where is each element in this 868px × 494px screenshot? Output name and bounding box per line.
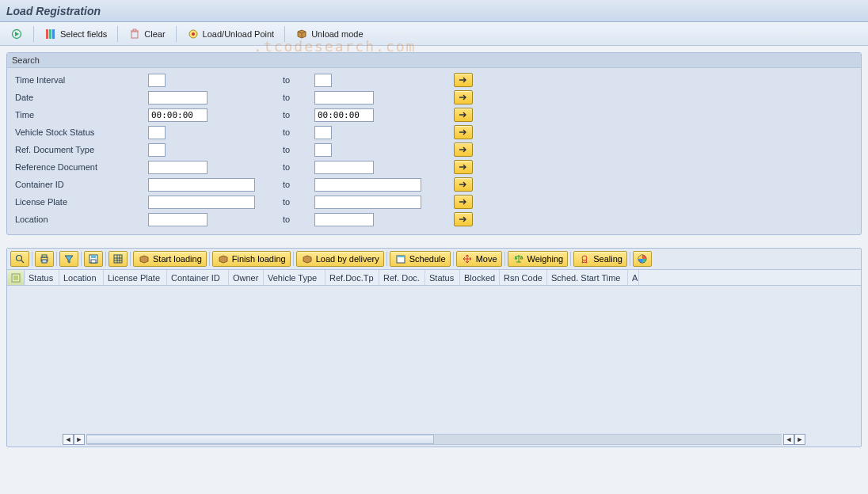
to-input[interactable]	[314, 108, 374, 122]
grid-panel: Start loading Finish loading Load by del…	[6, 248, 862, 447]
column-header[interactable]: Ref.Doc.Tp	[326, 270, 379, 285]
column-header[interactable]: Ref. Doc.	[379, 270, 425, 285]
multiple-selection-button[interactable]	[454, 90, 473, 104]
finish-loading-button[interactable]: Finish loading	[212, 251, 291, 267]
schedule-button[interactable]: Schedule	[390, 251, 451, 267]
column-header[interactable]: Rsn Code	[500, 270, 547, 285]
from-input[interactable]	[148, 213, 207, 226]
to-label: to	[283, 180, 314, 189]
from-input[interactable]	[148, 178, 255, 192]
from-input[interactable]	[148, 108, 207, 122]
load-by-delivery-button[interactable]: Load by delivery	[296, 251, 384, 267]
weighing-button[interactable]: Weighing	[508, 251, 569, 267]
scroll-right-arrow-2[interactable]: ►	[794, 434, 805, 445]
to-input[interactable]	[314, 74, 332, 87]
clear-button[interactable]: Clear	[123, 25, 170, 43]
column-header[interactable]: Blocked	[460, 270, 500, 285]
sep	[293, 252, 294, 266]
toolbar-separator	[284, 26, 285, 42]
to-input[interactable]	[314, 143, 332, 157]
scroll-left-arrow[interactable]: ◄	[63, 434, 74, 445]
svg-rect-3	[52, 29, 55, 39]
start-loading-button[interactable]: Start loading	[133, 251, 207, 267]
details-button[interactable]	[10, 251, 29, 267]
app-toolbar: Select fields Clear Load/Unload Point Un…	[0, 22, 868, 46]
to-input[interactable]	[314, 161, 374, 174]
sep	[105, 252, 106, 266]
svg-rect-12	[91, 255, 96, 258]
from-input[interactable]	[148, 196, 255, 209]
to-label: to	[283, 75, 314, 85]
svg-rect-13	[91, 260, 96, 263]
sealing-button[interactable]: Sealing	[573, 251, 627, 267]
multiple-selection-button[interactable]	[454, 142, 473, 157]
column-header[interactable]: Status	[425, 270, 460, 285]
svg-rect-4	[131, 32, 138, 38]
select-all-icon	[11, 273, 21, 283]
multiple-selection-button[interactable]	[454, 160, 473, 174]
to-input[interactable]	[314, 196, 421, 209]
from-input[interactable]	[148, 143, 166, 157]
search-row: License Plateto	[13, 193, 855, 211]
column-header[interactable]: A	[628, 270, 639, 285]
multiple-selection-button[interactable]	[454, 73, 473, 87]
print-button[interactable]	[35, 251, 54, 267]
save-layout-button[interactable]	[84, 251, 103, 267]
scroll-left-arrow-2[interactable]: ◄	[783, 434, 794, 445]
search-panel-body: Time IntervaltoDatetoTimetoVehicle Stock…	[7, 68, 861, 234]
column-header[interactable]: Status	[25, 270, 59, 285]
scroll-thumb[interactable]	[86, 435, 434, 444]
load-unload-point-button[interactable]: Load/Unload Point	[181, 25, 280, 43]
arrow-right-icon	[459, 163, 468, 171]
multiple-selection-button[interactable]	[454, 108, 473, 122]
search-row: Dateto	[13, 89, 855, 106]
grid-body	[7, 286, 861, 432]
execute-button[interactable]	[5, 25, 29, 43]
scroll-right-arrow[interactable]: ►	[74, 434, 85, 445]
from-input[interactable]	[148, 161, 207, 174]
column-header[interactable]: Vehicle Type	[264, 270, 326, 285]
search-row: Time Intervalto	[13, 71, 855, 89]
column-header[interactable]: Owner	[229, 270, 264, 285]
load-unload-point-label: Load/Unload Point	[203, 29, 275, 39]
sep	[386, 252, 387, 266]
grid-icon	[112, 253, 124, 265]
to-input[interactable]	[314, 213, 374, 226]
column-header[interactable]: Container ID	[167, 270, 229, 285]
scroll-track[interactable]	[86, 434, 782, 445]
unload-mode-button[interactable]: Unload mode	[290, 25, 368, 43]
to-input[interactable]	[314, 91, 374, 104]
move-button[interactable]: Move	[456, 251, 502, 267]
arrow-right-icon	[459, 215, 468, 223]
select-fields-button[interactable]: Select fields	[39, 25, 112, 43]
filter-button[interactable]	[59, 251, 78, 267]
from-input[interactable]	[148, 74, 166, 87]
sep	[570, 252, 571, 266]
to-label: to	[283, 197, 314, 207]
button-label: Move	[476, 254, 497, 264]
box-icon	[295, 28, 308, 40]
multiple-selection-button[interactable]	[454, 177, 473, 192]
to-input[interactable]	[314, 126, 332, 139]
layout-button[interactable]	[108, 251, 128, 267]
search-row: Reference Documentto	[13, 158, 855, 176]
column-header[interactable]: Location	[59, 270, 104, 285]
arrow-right-icon	[459, 146, 468, 154]
svg-rect-2	[49, 29, 51, 39]
toolbar-separator	[176, 26, 177, 42]
from-input[interactable]	[148, 91, 207, 104]
button-label: Load by delivery	[316, 254, 379, 264]
from-input[interactable]	[148, 126, 166, 139]
button-label: Weighing	[527, 254, 564, 264]
to-input[interactable]	[314, 178, 421, 192]
select-all-column[interactable]	[7, 270, 25, 285]
multiple-selection-button[interactable]	[454, 212, 473, 226]
multiple-selection-button[interactable]	[454, 195, 473, 209]
svg-rect-20	[13, 276, 18, 280]
color-legend-button[interactable]	[633, 251, 652, 267]
scale-icon	[512, 253, 525, 265]
column-header[interactable]: License Plate	[104, 270, 167, 285]
arrow-right-icon	[459, 93, 468, 101]
multiple-selection-button[interactable]	[454, 125, 473, 139]
column-header[interactable]: Sched. Start Time	[547, 270, 628, 285]
